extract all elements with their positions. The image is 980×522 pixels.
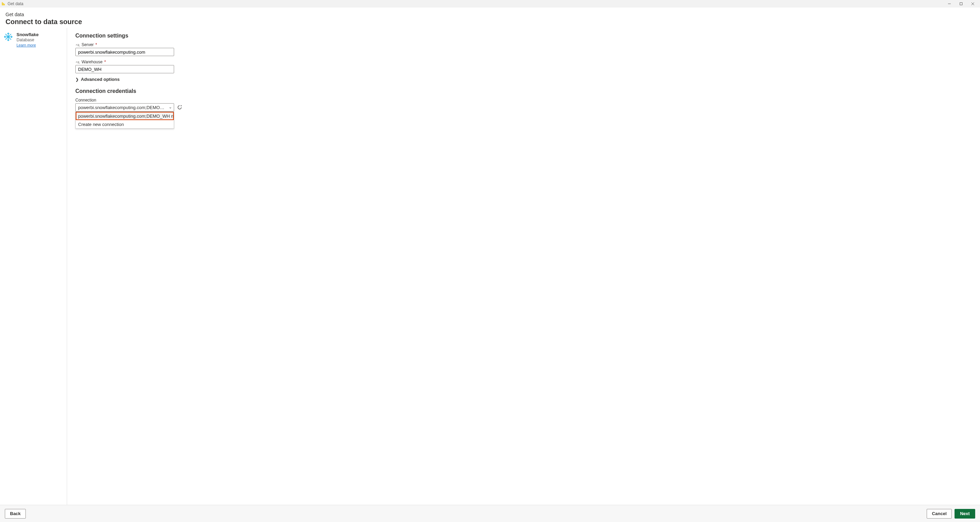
maximize-button[interactable] <box>955 0 967 8</box>
sidebar: Snowflake Database Learn more <box>0 28 67 505</box>
connection-credentials-heading: Connection credentials <box>75 88 972 94</box>
get-data-window: Get data Get data Connect to data source <box>0 0 980 522</box>
text-type-icon: A B <box>75 42 80 47</box>
footer: Back Cancel Next <box>0 505 980 522</box>
close-button[interactable] <box>967 0 978 8</box>
server-input[interactable] <box>75 48 174 56</box>
connection-select[interactable]: powerbi.snowflakecomputing.com;DEMO_WH n… <box>75 103 174 111</box>
titlebar: Get data <box>0 0 980 8</box>
cancel-button[interactable]: Cancel <box>927 509 952 519</box>
minimize-button[interactable] <box>943 0 955 8</box>
page-subtitle: Get data <box>5 12 975 17</box>
content: Snowflake Database Learn more Connection… <box>0 28 980 505</box>
connector-name: Snowflake <box>16 32 38 37</box>
warehouse-input[interactable] <box>75 65 174 73</box>
titlebar-text: Get data <box>8 2 24 6</box>
server-label: Server <box>81 42 94 47</box>
minimize-icon <box>948 2 951 5</box>
page-title: Connect to data source <box>5 18 975 26</box>
svg-rect-4 <box>960 3 963 5</box>
page-header: Get data Connect to data source <box>0 8 980 28</box>
text-type-icon: A B <box>75 59 80 64</box>
server-field: A B Server * <box>75 42 972 56</box>
main-panel: Connection settings A B Server * <box>67 28 980 505</box>
titlebar-left: Get data <box>2 2 24 6</box>
connection-settings-heading: Connection settings <box>75 33 972 39</box>
close-icon <box>971 2 975 5</box>
connection-selected-value: powerbi.snowflakecomputing.com;DEMO_WH n… <box>78 105 166 110</box>
connection-label: Connection <box>75 98 96 103</box>
svg-text:A: A <box>76 44 78 46</box>
chevron-right-icon: ❯ <box>75 77 79 82</box>
warehouse-field: A B Warehouse * <box>75 59 972 73</box>
connection-field: Connection powerbi.snowflakecomputing.co… <box>75 98 972 129</box>
required-mark: * <box>95 42 97 47</box>
connector-type: Database <box>16 38 38 42</box>
svg-text:A: A <box>76 61 78 63</box>
svg-text:B: B <box>78 61 79 64</box>
refresh-icon[interactable] <box>177 105 182 110</box>
advanced-options-label: Advanced options <box>81 77 120 82</box>
warehouse-label: Warehouse <box>81 59 103 64</box>
svg-rect-0 <box>2 2 3 5</box>
connection-dropdown: powerbi.snowflakecomputing.com;DEMO_WH n… <box>75 111 174 129</box>
back-button[interactable]: Back <box>5 509 26 519</box>
advanced-options-toggle[interactable]: ❯ Advanced options <box>75 77 972 82</box>
svg-text:B: B <box>78 44 79 47</box>
required-mark: * <box>104 59 106 64</box>
svg-rect-2 <box>4 4 5 5</box>
learn-more-link[interactable]: Learn more <box>16 43 36 47</box>
app-icon <box>2 2 5 6</box>
snowflake-icon <box>3 32 13 41</box>
svg-rect-1 <box>3 3 4 5</box>
next-button[interactable]: Next <box>955 509 975 519</box>
connection-option-existing[interactable]: powerbi.snowflakecomputing.com;DEMO_WH n… <box>76 112 174 120</box>
maximize-icon <box>959 2 963 5</box>
connection-option-create-new[interactable]: Create new connection <box>76 120 174 128</box>
